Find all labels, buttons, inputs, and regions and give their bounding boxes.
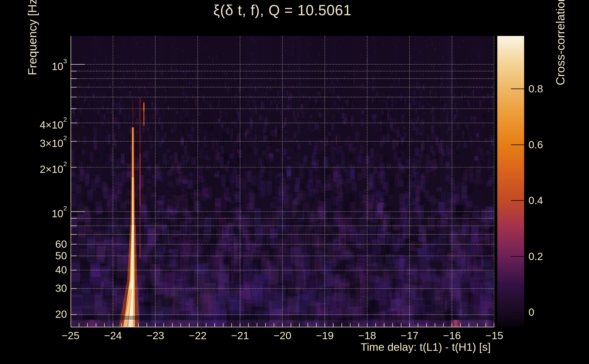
plot-title: ξ(δ t, f), Q = 10.5061 — [71, 2, 494, 19]
colorbar-tick-mark — [511, 144, 524, 145]
y-tick-label: 3×102 — [40, 136, 67, 149]
colorbar-tick-mark — [511, 200, 524, 201]
colorbar-tick-label: 0.2 — [529, 251, 543, 262]
y-tick-label: 103 — [52, 59, 67, 72]
x-tick-label: −24 — [104, 330, 122, 341]
colorbar-tick-label: 0.6 — [529, 139, 543, 150]
y-tick-label: 30 — [55, 283, 67, 293]
y-tick-label: 2×102 — [40, 162, 67, 175]
x-tick-label: −15 — [485, 330, 503, 341]
x-tick-label: −25 — [62, 330, 79, 341]
colorbar-tick-label: 0 — [529, 307, 534, 317]
colorbar — [497, 36, 524, 327]
colorbar-tick-mark — [511, 256, 524, 257]
colorbar-tick-mark — [511, 89, 524, 89]
x-tick-label: −20 — [274, 330, 291, 341]
y-tick-label: 50 — [55, 250, 67, 261]
spectrogram-canvas — [71, 36, 494, 327]
y-tick-label: 40 — [55, 265, 67, 275]
x-tick-label: −23 — [146, 330, 164, 341]
y-tick-label: 4×102 — [40, 117, 67, 130]
x-tick-label: −21 — [231, 330, 249, 341]
x-tick-label: −17 — [401, 330, 419, 341]
colorbar-tick-label: 0.8 — [529, 84, 543, 94]
x-tick-label: −18 — [358, 330, 376, 341]
x-tick-label: −22 — [189, 330, 207, 341]
colorbar-tick-label: 0.4 — [529, 195, 543, 206]
x-tick-label: −16 — [443, 330, 461, 341]
y-tick-label: 102 — [52, 206, 67, 219]
y-tick-label: 20 — [55, 309, 67, 319]
y-tick-label: 60 — [55, 239, 67, 249]
colorbar-tick-mark — [511, 312, 524, 312]
x-axis-label: Time delay: t(L1) - t(H1) [s] — [360, 341, 491, 353]
x-tick-label: −19 — [316, 330, 334, 341]
